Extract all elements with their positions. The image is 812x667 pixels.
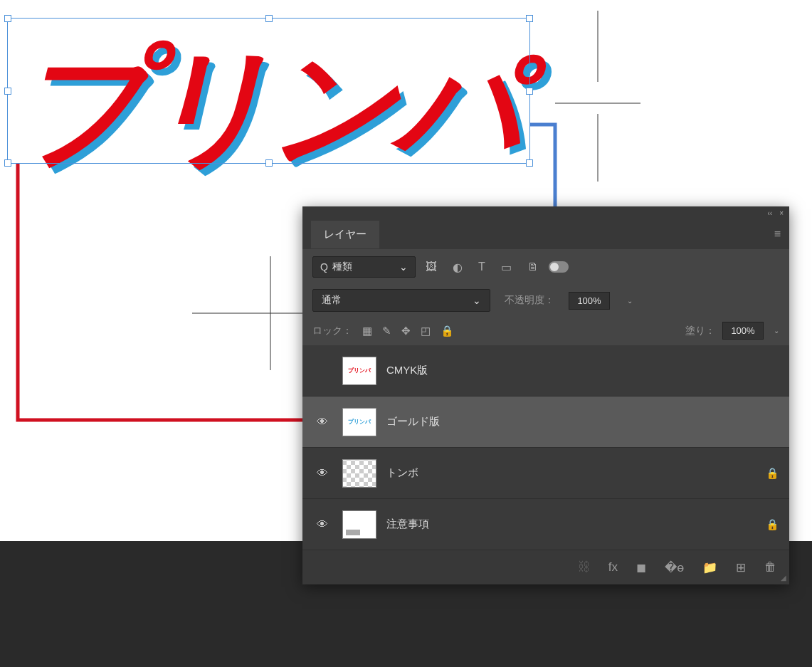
eye-icon: 👁 <box>317 416 328 428</box>
resize-grip[interactable]: ◢ <box>781 574 786 582</box>
filter-smart-icon[interactable]: 🗎 <box>527 261 539 274</box>
blend-mode-value: 通常 <box>322 294 342 307</box>
close-icon[interactable]: × <box>779 209 784 217</box>
fx-icon[interactable]: fx <box>608 560 618 574</box>
panel-footer: ⛓ fx ◼ �ө 📁 ⊞ 🗑 <box>302 550 789 584</box>
filter-type-label: 種類 <box>332 261 352 273</box>
annotation-arrow-red <box>14 160 342 431</box>
layer-name[interactable]: CMYK版 <box>386 364 779 377</box>
layer-name[interactable]: 注意事項 <box>386 518 756 531</box>
fill-label: 塗り： <box>685 325 715 337</box>
layer-row-gold[interactable]: 👁 プリンパ ゴールド版 <box>302 396 789 448</box>
link-layers-icon[interactable]: ⛓ <box>578 560 590 574</box>
selection-handle-bl[interactable] <box>4 159 11 167</box>
lock-artboard-icon[interactable]: ◰ <box>421 325 431 337</box>
adjustment-layer-icon[interactable]: �ө <box>665 560 684 575</box>
layer-row-tombo[interactable]: 👁 トンボ 🔒 <box>302 448 789 499</box>
opacity-value[interactable]: 100% <box>569 292 610 310</box>
blend-mode-select[interactable]: 通常 ⌄ <box>312 289 490 312</box>
lock-fill-row: ロック： ▦ ✎ ✥ ◰ 🔒 塗り： 100% ⌄ <box>302 316 789 345</box>
filter-icon-group: 🖼 ◐ T ▭ 🗎 <box>426 261 539 274</box>
layer-thumbnail[interactable] <box>342 510 376 539</box>
lock-position-icon[interactable]: ✥ <box>401 325 411 337</box>
eye-icon: 👁 <box>317 467 328 479</box>
chevron-down-icon[interactable]: ⌄ <box>774 327 779 335</box>
lock-pixels-icon[interactable]: ✎ <box>382 325 391 337</box>
layer-name[interactable]: トンボ <box>386 466 756 480</box>
lock-icon: 🔒 <box>766 467 779 480</box>
mask-icon[interactable]: ◼ <box>636 560 646 575</box>
lock-label: ロック： <box>312 325 352 337</box>
lock-transparency-icon[interactable]: ▦ <box>362 325 372 337</box>
collapse-icon[interactable]: ‹‹ <box>767 209 772 217</box>
filter-type-select[interactable]: Q 種類 ⌄ <box>312 256 416 278</box>
panel-menu-icon[interactable]: ≡ <box>774 228 781 241</box>
opacity-label: 不透明度： <box>505 294 554 307</box>
layers-tab[interactable]: レイヤー <box>311 221 379 248</box>
selection-handle-ml[interactable] <box>4 88 11 95</box>
delete-layer-icon[interactable]: 🗑 <box>764 560 776 574</box>
chevron-down-icon: ⌄ <box>399 261 408 273</box>
logo-artwork[interactable]: プリンパ プリンパ <box>18 21 530 164</box>
lock-all-icon[interactable]: 🔒 <box>441 325 454 337</box>
layer-thumbnail[interactable] <box>342 459 376 488</box>
visibility-toggle[interactable]: 👁 <box>312 467 332 480</box>
visibility-toggle[interactable]: 👁 <box>312 416 332 429</box>
chevron-down-icon: ⌄ <box>473 295 481 306</box>
layer-name[interactable]: ゴールド版 <box>386 415 779 429</box>
blend-opacity-row: 通常 ⌄ 不透明度： 100% ⌄ <box>302 285 789 316</box>
layer-list: プリンパ CMYK版 👁 プリンパ ゴールド版 👁 トンボ 🔒 👁 注意事項 🔒 <box>302 345 789 550</box>
panel-tab-bar: レイヤー ≡ <box>302 219 789 249</box>
filter-adjust-icon[interactable]: ◐ <box>453 261 463 274</box>
fill-value[interactable]: 100% <box>722 322 764 340</box>
layer-row-cmyk[interactable]: プリンパ CMYK版 <box>302 345 789 396</box>
search-icon: Q <box>320 261 328 273</box>
new-layer-icon[interactable]: ⊞ <box>736 560 746 575</box>
new-group-icon[interactable]: 📁 <box>702 560 717 575</box>
layer-row-notes[interactable]: 👁 注意事項 🔒 <box>302 499 789 550</box>
filter-image-icon[interactable]: 🖼 <box>426 261 437 274</box>
layer-thumbnail[interactable]: プリンパ <box>342 357 376 385</box>
layer-thumbnail[interactable]: プリンパ <box>342 408 376 436</box>
eye-icon: 👁 <box>317 518 328 530</box>
lock-icon: 🔒 <box>766 518 779 531</box>
visibility-toggle[interactable]: 👁 <box>312 518 332 531</box>
filter-type-icon[interactable]: T <box>478 261 485 274</box>
layer-filter-row: Q 種類 ⌄ 🖼 ◐ T ▭ 🗎 <box>302 249 789 285</box>
filter-shape-icon[interactable]: ▭ <box>501 261 512 274</box>
filter-toggle[interactable] <box>549 261 569 273</box>
layers-panel: ‹‹ × レイヤー ≡ Q 種類 ⌄ 🖼 ◐ T ▭ 🗎 通常 ⌄ 不透明度： … <box>302 206 789 584</box>
selection-handle-tl[interactable] <box>4 15 11 22</box>
panel-header: ‹‹ × <box>302 206 789 219</box>
chevron-down-icon[interactable]: ⌄ <box>627 297 633 305</box>
